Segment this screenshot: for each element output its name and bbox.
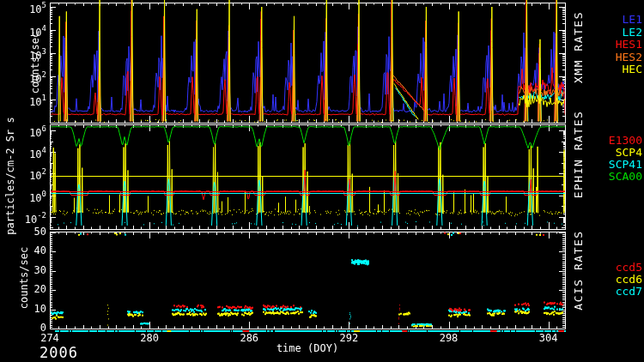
- legend-ccd7: ccd7: [616, 286, 642, 298]
- x-tick-label: 304: [530, 332, 568, 344]
- y-tick-label-ephin: 104: [10, 145, 46, 160]
- y-tick-label-acis: 40: [10, 244, 46, 256]
- year-label: 2006: [39, 344, 78, 361]
- y-tick-label-ephin: 106: [10, 124, 46, 139]
- legend-SCA00: SCA00: [609, 171, 642, 183]
- x-axis-label: time (DOY): [276, 342, 338, 354]
- legend-SCP4: SCP4: [616, 147, 642, 159]
- acis-panel-title: ACIS RATES: [572, 230, 585, 310]
- y-tick-label-xmm: 105: [10, 0, 46, 15]
- plot-canvas: [0, 0, 644, 362]
- legend-LE1: LE1: [623, 14, 642, 26]
- x-tick-label: 280: [131, 332, 168, 344]
- x-tick-label: 298: [430, 332, 468, 344]
- legend-HES1: HES1: [616, 39, 642, 51]
- legend-LE2: LE2: [623, 27, 642, 39]
- x-tick-label: 286: [230, 332, 268, 344]
- y-tick-label-xmm: 101: [10, 93, 46, 108]
- y-tick-label-xmm: 104: [10, 23, 46, 39]
- x-tick-label: 274: [31, 332, 69, 344]
- radiation-rates-figure: counts/sec particles/cm-2 Sr s counts/se…: [0, 0, 644, 362]
- y-tick-label-ephin: 102: [10, 166, 46, 182]
- y-tick-label-xmm: 103: [10, 46, 46, 62]
- legend-HEC: HEC: [623, 63, 642, 75]
- y-tick-label-acis: 10: [10, 303, 46, 315]
- y-tick-label-ephin: 100: [10, 189, 46, 204]
- y-tick-label-acis: 50: [10, 226, 46, 238]
- legend-SCP41: SCP41: [609, 159, 642, 171]
- legend-ccd6: ccd6: [616, 274, 642, 286]
- y-tick-label-xmm: 102: [10, 69, 46, 85]
- x-tick-label: 292: [330, 332, 368, 344]
- ephin-panel-title: EPHIN RATES: [572, 111, 585, 199]
- y-tick-label-ephin: 10-2: [10, 210, 46, 226]
- y-tick-label-acis: 30: [10, 264, 46, 276]
- xmm-panel-title: XMM RATES: [572, 11, 585, 83]
- legend-E1300: E1300: [609, 135, 642, 147]
- legend-ccd5: ccd5: [616, 262, 642, 274]
- y-tick-label-acis: 20: [10, 283, 46, 295]
- legend-HES2: HES2: [616, 51, 642, 63]
